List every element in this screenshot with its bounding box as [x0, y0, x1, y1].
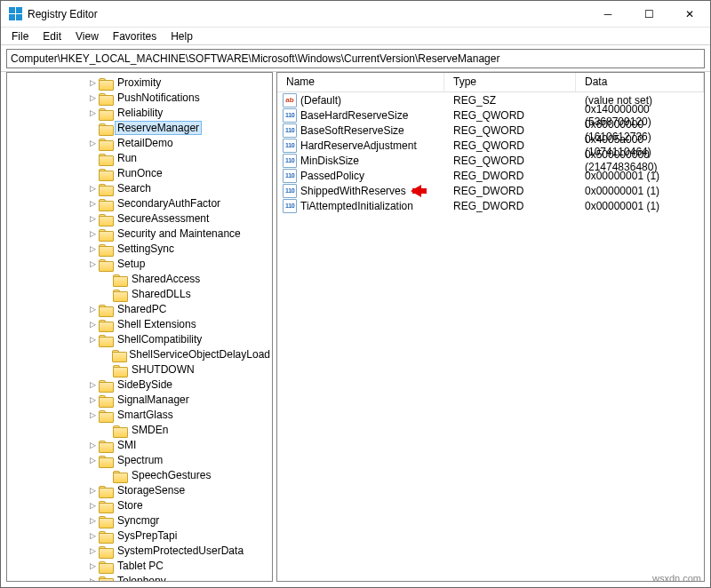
tree-item-label: SHUTDOWN	[130, 363, 196, 376]
expander-icon[interactable]: ▷	[87, 108, 98, 117]
expander-icon[interactable]: ▷	[87, 410, 98, 419]
tree-item[interactable]: ▷PushNotifications	[9, 90, 272, 105]
tree-item[interactable]: ▷ShellCompatibility	[9, 331, 272, 346]
address-bar[interactable]: Computer\HKEY_LOCAL_MACHINE\SOFTWARE\Mic…	[6, 49, 705, 68]
tree-item-label: Store	[116, 499, 145, 512]
list-row[interactable]: 110MinDiskSizeREG_QWORD0x500000000 (2147…	[277, 153, 704, 168]
value-name: MinDiskSize	[300, 155, 359, 167]
folder-icon	[99, 227, 113, 240]
expander-icon[interactable]: ▷	[87, 259, 98, 268]
value-type: REG_QWORD	[444, 109, 576, 122]
folder-icon	[99, 575, 113, 583]
tree-item[interactable]: SHUTDOWN	[9, 362, 272, 377]
column-type[interactable]: Type	[444, 73, 576, 91]
expander-icon[interactable]: ▷	[87, 78, 98, 87]
address-text: Computer\HKEY_LOCAL_MACHINE\SOFTWARE\Mic…	[11, 52, 499, 65]
expander-icon[interactable]: ▷	[87, 531, 98, 540]
tree-item[interactable]: ▷Syncmgr	[9, 513, 272, 528]
tree-item[interactable]: ▷SmartGlass	[9, 407, 272, 422]
menu-view[interactable]: View	[68, 29, 106, 44]
tree-item[interactable]: ▷Proximity	[9, 75, 272, 90]
expander-icon[interactable]: ▷	[87, 139, 98, 147]
menu-file[interactable]: File	[4, 29, 36, 44]
folder-icon	[99, 514, 113, 527]
folder-icon	[99, 152, 113, 164]
tree-item[interactable]: SharedDLLs	[9, 286, 272, 301]
expander-icon[interactable]: ▷	[87, 576, 98, 583]
column-name[interactable]: Name	[277, 73, 444, 91]
tree-item[interactable]: ▷Spectrum	[9, 452, 272, 467]
tree-item[interactable]: ▷SecureAssessment	[9, 211, 272, 226]
expander-icon[interactable]: ▷	[87, 380, 98, 389]
tree-item[interactable]: ▷RetailDemo	[9, 135, 272, 150]
column-data[interactable]: Data	[576, 73, 704, 91]
expander-icon[interactable]: ▷	[87, 561, 98, 570]
tree-item[interactable]: ▷Search	[9, 180, 272, 195]
list-row[interactable]: 110ShippedWithReservesREG_DWORD0x0000000…	[277, 183, 704, 198]
folder-icon	[99, 137, 113, 149]
tree-item[interactable]: ShellServiceObjectDelayLoad	[9, 346, 272, 362]
value-type: REG_QWORD	[444, 139, 576, 152]
menu-edit[interactable]: Edit	[36, 29, 68, 44]
tree-item[interactable]: Run	[9, 150, 272, 165]
folder-icon	[99, 197, 113, 210]
tree-item[interactable]: ▷SMI	[9, 437, 272, 452]
tree-item[interactable]: ▷Tablet PC	[9, 558, 272, 573]
tree-item-label: SettingSync	[116, 242, 176, 255]
menu-help[interactable]: Help	[164, 29, 200, 44]
list-header[interactable]: Name Type Data	[277, 73, 704, 92]
expander-icon[interactable]: ▷	[87, 305, 98, 314]
tree-item[interactable]: ▷SideBySide	[9, 377, 272, 392]
close-button[interactable]: ✕	[669, 1, 710, 27]
expander-icon[interactable]: ▷	[87, 335, 98, 344]
tree-item[interactable]: ▷Shell Extensions	[9, 316, 272, 331]
expander-icon[interactable]: ▷	[87, 184, 98, 193]
tree-item[interactable]: ReserveManager	[9, 120, 272, 135]
tree-item-label: Setup	[116, 258, 147, 270]
expander-icon[interactable]: ▷	[87, 229, 98, 238]
value-name: TiAttemptedInitialization	[300, 200, 413, 212]
expander-icon[interactable]: ▷	[87, 546, 98, 555]
tree-item[interactable]: ▷SystemProtectedUserData	[9, 543, 272, 558]
tree-item[interactable]: ▷Store	[9, 497, 272, 513]
tree-item[interactable]: ▷SettingSync	[9, 241, 272, 256]
folder-icon	[99, 544, 113, 557]
expander-icon[interactable]: ▷	[87, 456, 98, 465]
expander-icon[interactable]: ▷	[87, 320, 98, 329]
value-type: REG_DWORD	[444, 170, 576, 182]
expander-icon[interactable]: ▷	[87, 395, 98, 404]
tree-item[interactable]: ▷SignalManager	[9, 392, 272, 407]
list-body[interactable]: ab(Default)REG_SZ(value not set)110BaseH…	[277, 92, 704, 581]
tree-item[interactable]: ▷StorageSense	[9, 482, 272, 497]
tree-item[interactable]: ▷SecondaryAuthFactor	[9, 195, 272, 211]
tree-item[interactable]: ▷Setup	[9, 256, 272, 271]
folder-icon	[99, 484, 113, 497]
value-list[interactable]: Name Type Data ab(Default)REG_SZ(value n…	[276, 72, 705, 582]
expander-icon[interactable]: ▷	[87, 199, 98, 208]
maximize-button[interactable]: ☐	[628, 1, 669, 27]
title-bar[interactable]: Registry Editor ─ ☐ ✕	[1, 1, 710, 28]
folder-icon	[99, 91, 113, 104]
expander-icon[interactable]: ▷	[87, 214, 98, 223]
tree-item[interactable]: ▷Security and Maintenance	[9, 226, 272, 241]
list-row[interactable]: 110PassedPolicyREG_DWORD0x00000001 (1)	[277, 168, 704, 183]
expander-icon[interactable]: ▷	[87, 441, 98, 449]
expander-icon[interactable]: ▷	[87, 486, 98, 495]
tree-item[interactable]: ▷Reliability	[9, 105, 272, 120]
tree-item[interactable]: SpeechGestures	[9, 467, 272, 482]
tree-item[interactable]: ▷SysPrepTapi	[9, 528, 272, 543]
list-row[interactable]: 110TiAttemptedInitializationREG_DWORD0x0…	[277, 198, 704, 213]
tree-item-label: ShellServiceObjectDelayLoad	[127, 348, 272, 361]
menu-favorites[interactable]: Favorites	[106, 29, 164, 44]
minimize-button[interactable]: ─	[587, 1, 628, 27]
expander-icon[interactable]: ▷	[87, 516, 98, 525]
tree-item[interactable]: ▷Telephony	[9, 573, 272, 582]
registry-tree[interactable]: ▷Proximity▷PushNotifications▷Reliability…	[6, 72, 273, 582]
tree-item[interactable]: ▷SharedPC	[9, 301, 272, 316]
expander-icon[interactable]: ▷	[87, 501, 98, 510]
expander-icon[interactable]: ▷	[87, 93, 98, 102]
tree-item[interactable]: RunOnce	[9, 165, 272, 180]
tree-item[interactable]: SharedAccess	[9, 271, 272, 286]
expander-icon[interactable]: ▷	[87, 244, 98, 253]
tree-item[interactable]: SMDEn	[9, 422, 272, 437]
